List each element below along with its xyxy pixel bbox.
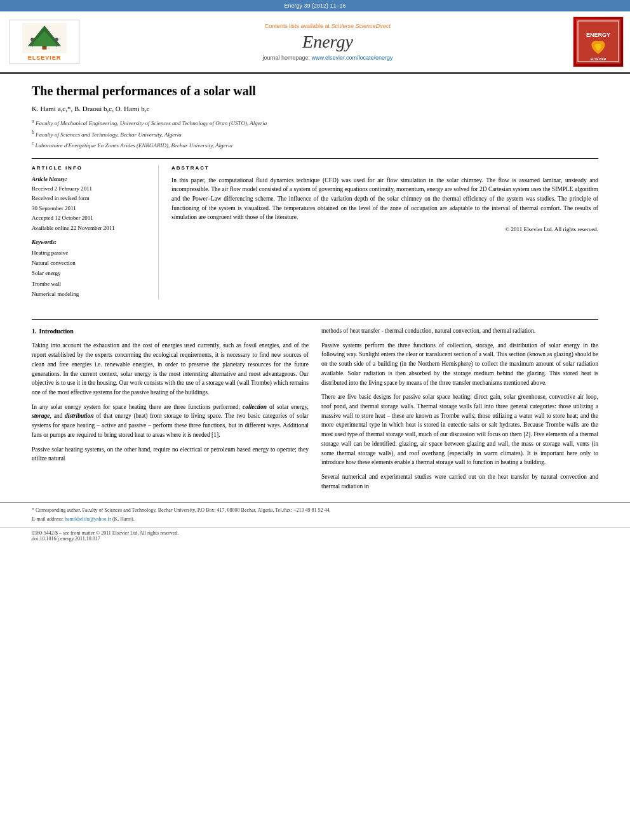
svg-point-4 <box>30 38 34 41</box>
svg-text:ELSEVIER: ELSEVIER <box>591 57 607 61</box>
footnote-1: * Corresponding author. Faculty of Scien… <box>32 507 598 514</box>
article-history-title: Article history: <box>32 176 149 182</box>
abstract-text: In this paper, the computational fluid d… <box>171 176 598 223</box>
top-bar: Energy 39 (2012) 11–16 <box>0 0 630 11</box>
keyword-5: Numerical modeling <box>32 289 149 299</box>
bottom-bar: 0360-5442/$ – see front matter © 2011 El… <box>0 527 630 544</box>
revised-date: 30 September 2011 <box>32 204 149 213</box>
keyword-4: Trombe wall <box>32 279 149 289</box>
journal-center: Contents lists available at SciVerse Sci… <box>89 23 566 61</box>
elsevier-logo: ELSEVIER <box>6 20 83 64</box>
abstract-title: ABSTRACT <box>171 165 598 171</box>
journal-header: ELSEVIER Contents lists available at Sci… <box>0 11 630 74</box>
intro-p7: Several numerical and experimental studi… <box>321 472 598 491</box>
journal-homepage: journal homepage: www.elsevier.com/locat… <box>89 55 566 61</box>
article-section: The thermal performances of a solar wall… <box>0 74 630 313</box>
accepted-date: Accepted 12 October 2011 <box>32 214 149 223</box>
energy-logo-right: ENERGY ELSEVIER <box>573 17 624 67</box>
authors: K. Hami a,c,*, B. Draoui b,c, O. Hami b,… <box>32 105 598 112</box>
issn-text: 0360-5442/$ – see front matter © 2011 El… <box>32 530 598 536</box>
energy-logo-icon: ENERGY ELSEVIER <box>576 19 620 63</box>
intro-heading: 1.Introduction <box>32 326 309 337</box>
affiliation-c: c Laboratoire d'Energétique En Zones Ari… <box>32 140 598 150</box>
keyword-1: Heating passive <box>32 248 149 258</box>
article-info-title: ARTICLE INFO <box>32 165 149 171</box>
section-divider <box>32 319 598 320</box>
intro-p3: Passive solar heating systems, on the ot… <box>32 445 309 463</box>
received-date: Received 2 February 2011 <box>32 185 149 194</box>
body-columns: 1.Introduction Taking into account the e… <box>0 326 630 497</box>
article-meta-section: ARTICLE INFO Article history: Received 2… <box>32 158 598 299</box>
article-info: ARTICLE INFO Article history: Received 2… <box>32 165 159 299</box>
elsevier-tree-icon <box>19 23 70 53</box>
article-title: The thermal performances of a solar wall <box>32 84 598 98</box>
affiliation-a: a Faculty of Mechanical Engineering, Uni… <box>32 117 598 128</box>
affiliation-b: b Faculty of Sciences and Technology, Be… <box>32 129 598 140</box>
homepage-url[interactable]: www.elsevier.com/locate/energy <box>312 55 393 61</box>
intro-p5: Passive systems perform the three functi… <box>321 341 598 388</box>
intro-title: Introduction <box>39 328 74 335</box>
sciverse-link-text[interactable]: SciVerse ScienceDirect <box>331 23 391 29</box>
intro-p1: Taking into account the exhaustion and t… <box>32 341 309 397</box>
email-link[interactable]: hamikhelifu@yahoo.fr <box>65 516 111 522</box>
intro-number: 1. <box>32 328 37 335</box>
abstract-copyright: © 2011 Elsevier Ltd. All rights reserved… <box>171 226 598 232</box>
keywords-title: Keywords: <box>32 239 149 245</box>
keyword-2: Natural convection <box>32 258 149 268</box>
sciverse-link: Contents lists available at SciVerse Sci… <box>89 23 566 29</box>
elsevier-brand-text: ELSEVIER <box>28 55 62 61</box>
revised-label: Received in revised form <box>32 194 149 203</box>
keywords-section: Keywords: Heating passive Natural convec… <box>32 239 149 299</box>
intro-p2: In any solar energy system for space hea… <box>32 403 309 440</box>
journal-citation: Energy 39 (2012) 11–16 <box>284 3 345 9</box>
doi-text: doi:10.1016/j.energy.2011.10.017 <box>32 536 598 542</box>
intro-p4: methods of heat transfer - thermal condu… <box>321 326 598 336</box>
keyword-3: Solar energy <box>32 268 149 278</box>
keywords-list: Heating passive Natural convection Solar… <box>32 248 149 299</box>
svg-text:ENERGY: ENERGY <box>586 32 610 38</box>
journal-title: Energy <box>89 32 566 52</box>
available-online-date: Available online 22 November 2011 <box>32 224 149 233</box>
affiliations: a Faculty of Mechanical Engineering, Uni… <box>32 117 598 150</box>
body-col-right: methods of heat transfer - thermal condu… <box>321 326 598 497</box>
footnotes: * Corresponding author. Faculty of Scien… <box>0 502 630 523</box>
footnote-2: E-mail address: hamikhelifu@yahoo.fr (K.… <box>32 516 598 523</box>
svg-point-6 <box>55 38 58 41</box>
intro-p6: There are five basic designs for passive… <box>321 392 598 467</box>
body-col-left: 1.Introduction Taking into account the e… <box>32 326 309 497</box>
abstract-section: ABSTRACT In this paper, the computationa… <box>171 165 598 299</box>
